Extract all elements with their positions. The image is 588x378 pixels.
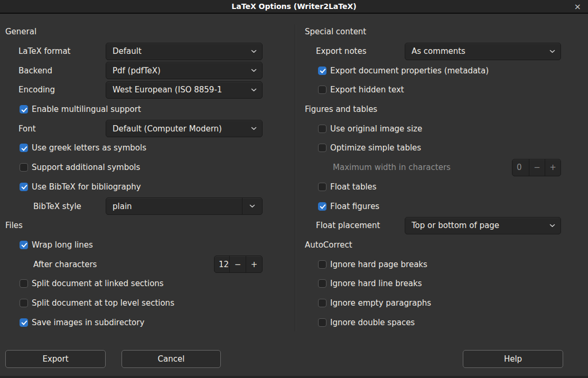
max-width-value: 0	[512, 159, 529, 176]
checkbox-label: Ignore hard line breaks	[330, 279, 422, 288]
checkmark-icon	[20, 163, 28, 172]
checkmark-icon	[20, 279, 28, 288]
bibtex-style-combobox[interactable]: plain	[106, 197, 263, 215]
encoding-value: West European (ISO 8859-1	[113, 85, 251, 94]
section-special-content: Special content	[305, 27, 366, 36]
combo-dropdown-button[interactable]	[242, 198, 262, 214]
chevron-down-icon	[251, 127, 257, 130]
section-general: General	[5, 27, 36, 36]
checkbox-label: Ignore empty paragraphs	[330, 298, 431, 308]
checkmark-icon	[318, 125, 326, 133]
float-placement-dropdown[interactable]: Top or bottom of page	[405, 217, 561, 234]
backend-dropdown[interactable]: Pdf (pdfTeX)	[106, 62, 263, 79]
float-placement-label: Float placement	[316, 221, 380, 230]
max-width-label: Maximum width in characters	[333, 163, 451, 172]
export-notes-dropdown[interactable]: As comments	[405, 43, 561, 60]
latex-format-dropdown[interactable]: Default	[106, 43, 263, 60]
export-notes-value: As comments	[412, 46, 549, 56]
checkbox-label: Export document properties (metadata)	[330, 66, 489, 75]
checkbox-label: Optimize simple tables	[330, 143, 421, 153]
spinner-decrement-button: −	[529, 159, 545, 176]
checkbox-original-image-size[interactable]: Use original image size	[318, 124, 422, 134]
backend-value: Pdf (pdfTeX)	[113, 66, 251, 75]
checkbox-label: Float figures	[330, 202, 379, 211]
export-notes-label: Export notes	[316, 46, 366, 56]
left-column: General LaTeX format Default Backend Pdf…	[5, 22, 263, 332]
close-icon[interactable]: ×	[574, 0, 581, 13]
bibtex-style-value[interactable]: plain	[106, 202, 242, 211]
latex-format-label: LaTeX format	[18, 46, 70, 56]
checkbox-label: Wrap long lines	[32, 240, 93, 250]
checkbox-label: Split document at linked sections	[32, 279, 164, 288]
chevron-down-icon	[249, 204, 255, 208]
checkbox-label: Float tables	[330, 182, 377, 192]
checkbox-save-images-subdirectory[interactable]: Save images in subdirectory	[20, 318, 144, 327]
checkmark-icon	[318, 202, 326, 211]
checkbox-label: Support additional symbols	[32, 163, 140, 172]
checkmark-icon	[20, 318, 28, 327]
font-dropdown[interactable]: Default (Computer Modern)	[106, 120, 263, 137]
bibtex-style-label: BibTeX style	[33, 202, 81, 211]
checkmark-icon	[20, 105, 28, 114]
checkbox-label: Use greek letters as symbols	[32, 143, 146, 153]
checkbox-ignore-double-spaces[interactable]: Ignore double spaces	[318, 318, 415, 327]
checkmark-icon	[20, 299, 28, 307]
checkmark-icon	[318, 279, 326, 288]
checkmark-icon	[20, 144, 28, 152]
checkbox-label: Use BibTeX for bibliography	[32, 182, 141, 192]
checkbox-split-linked-sections[interactable]: Split document at linked sections	[20, 279, 164, 288]
section-autocorrect: AutoCorrect	[305, 240, 352, 250]
latex-format-value: Default	[113, 46, 251, 56]
checkbox-additional-symbols[interactable]: Support additional symbols	[20, 163, 140, 172]
title-bar: LaTeX Options (Writer2LaTeX) ×	[0, 0, 588, 14]
encoding-dropdown[interactable]: West European (ISO 8859-1	[106, 81, 263, 99]
window-bottom-edge	[0, 376, 588, 378]
checkmark-icon	[318, 299, 326, 307]
after-characters-spinner: 120 − +	[214, 256, 263, 273]
checkbox-export-doc-properties[interactable]: Export document properties (metadata)	[318, 66, 489, 75]
spinner-decrement-button[interactable]: −	[229, 256, 246, 272]
checkbox-split-top-level-sections[interactable]: Split document at top level sections	[20, 298, 174, 308]
checkbox-float-tables[interactable]: Float tables	[318, 182, 377, 192]
checkbox-label: Ignore hard page breaks	[330, 260, 427, 269]
column-divider	[295, 24, 295, 332]
checkbox-label: Ignore double spaces	[330, 318, 415, 327]
encoding-label: Encoding	[18, 85, 55, 94]
checkbox-ignore-hard-line-breaks[interactable]: Ignore hard line breaks	[318, 279, 422, 288]
checkbox-label: Enable multilingual support	[32, 105, 141, 114]
right-column: Special content Export notes As comments…	[305, 22, 561, 332]
checkmark-icon	[20, 183, 28, 191]
checkbox-use-bibtex[interactable]: Use BibTeX for bibliography	[20, 182, 141, 192]
checkbox-wrap-long-lines[interactable]: Wrap long lines	[20, 240, 93, 250]
spinner-increment-button: +	[545, 159, 561, 176]
chevron-down-icon	[251, 50, 257, 53]
float-placement-value: Top or bottom of page	[412, 221, 549, 230]
after-characters-value[interactable]: 120	[214, 256, 229, 272]
checkbox-ignore-hard-page-breaks[interactable]: Ignore hard page breaks	[318, 260, 427, 269]
spinner-increment-button[interactable]: +	[246, 256, 262, 272]
help-button[interactable]: Help	[463, 350, 563, 368]
after-characters-label: After characters	[33, 260, 97, 269]
chevron-down-icon	[549, 50, 555, 53]
checkbox-optimize-simple-tables[interactable]: Optimize simple tables	[318, 143, 421, 153]
checkbox-ignore-empty-paragraphs[interactable]: Ignore empty paragraphs	[318, 298, 431, 308]
chevron-down-icon	[549, 224, 555, 228]
checkmark-icon	[318, 318, 326, 327]
checkmark-icon	[318, 67, 326, 75]
section-files: Files	[5, 221, 23, 230]
backend-label: Backend	[18, 66, 52, 75]
checkbox-enable-multilingual[interactable]: Enable multilingual support	[20, 105, 141, 114]
checkbox-greek-letters[interactable]: Use greek letters as symbols	[20, 143, 146, 153]
section-figures-tables: Figures and tables	[305, 105, 377, 114]
checkbox-float-figures[interactable]: Float figures	[318, 202, 379, 211]
checkbox-label: Save images in subdirectory	[32, 318, 144, 327]
checkbox-export-hidden-text[interactable]: Export hidden text	[318, 85, 404, 94]
cancel-button[interactable]: Cancel	[122, 350, 221, 368]
chevron-down-icon	[251, 69, 257, 72]
chevron-down-icon	[251, 88, 257, 92]
checkbox-label: Split document at top level sections	[32, 298, 174, 308]
checkbox-label: Export hidden text	[330, 85, 404, 94]
export-button[interactable]: Export	[5, 350, 106, 368]
checkmark-icon	[318, 183, 326, 191]
checkbox-label: Use original image size	[330, 124, 422, 134]
